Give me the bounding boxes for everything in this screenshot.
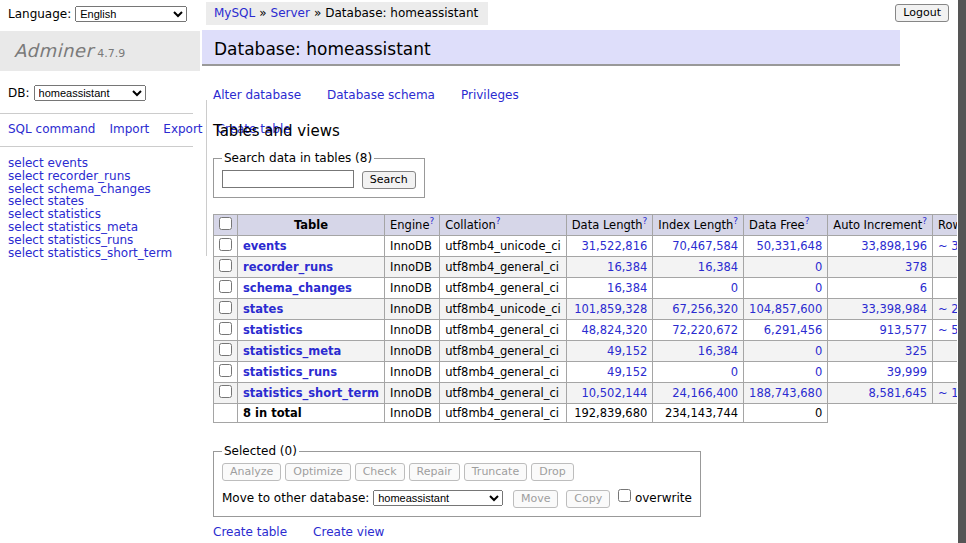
- totals-data-free: 0: [744, 404, 828, 423]
- row-checkbox[interactable]: [219, 238, 232, 251]
- cell-index_length: 16,384: [653, 341, 744, 362]
- table-link-events[interactable]: events: [243, 239, 287, 253]
- row-checkbox[interactable]: [219, 301, 232, 314]
- sidebar: Language:English Adminer4.7.9 DB:homeass…: [0, 0, 200, 259]
- totals-collation: utf8mb4_general_ci: [440, 404, 567, 423]
- table-name-cell: statistics: [238, 320, 385, 341]
- row-checkbox-cell: [214, 341, 238, 362]
- row-checkbox[interactable]: [219, 280, 232, 293]
- table-row: schema_changesInnoDButf8mb4_general_ci16…: [214, 278, 966, 299]
- cell-engine: InnoDB: [385, 341, 440, 362]
- tables-overview: TableEngine?Collation?Data Length?Index …: [213, 214, 966, 423]
- cell-collation: utf8mb4_general_ci: [440, 341, 567, 362]
- analyze-button[interactable]: Analyze: [222, 463, 281, 481]
- cell-data_length: 16,384: [566, 278, 653, 299]
- table-link-schema_changes[interactable]: schema_changes: [243, 281, 352, 295]
- drop-button[interactable]: Drop: [531, 463, 573, 481]
- overwrite-label[interactable]: overwrite: [635, 491, 692, 505]
- create-links: Create tableCreate view: [213, 525, 913, 539]
- cell-data_length: 49,152: [566, 341, 653, 362]
- sidebar-item-statistics_meta[interactable]: select statistics_meta: [8, 221, 200, 234]
- cell-data_free: 6,291,456: [744, 320, 828, 341]
- sidebar-action-import[interactable]: Import: [109, 122, 149, 136]
- row-checkbox-cell: [214, 278, 238, 299]
- tables-tbody: eventsInnoDButf8mb4_unicode_ci31,522,816…: [214, 236, 966, 423]
- row-checkbox[interactable]: [219, 322, 232, 335]
- link-privileges[interactable]: Privileges: [461, 88, 519, 102]
- sidebar-actions: SQL commandImportExportCreate table: [0, 114, 193, 146]
- table-link-statistics_runs[interactable]: statistics_runs: [243, 365, 337, 379]
- tables-head: TableEngine?Collation?Data Length?Index …: [214, 215, 966, 236]
- cell-engine: InnoDB: [385, 299, 440, 320]
- search-button[interactable]: Search: [362, 171, 416, 189]
- sidebar-table-links: select eventsselect recorder_runsselect …: [0, 147, 200, 259]
- row-checkbox-cell: [214, 320, 238, 341]
- row-checkbox[interactable]: [219, 343, 232, 356]
- sidebar-item-recorder_runs[interactable]: select recorder_runs: [8, 170, 200, 183]
- column-header-engine: Engine?: [385, 215, 440, 236]
- overwrite-checkbox[interactable]: [618, 489, 631, 502]
- select-all-cell: [214, 215, 238, 236]
- truncate-button[interactable]: Truncate: [464, 463, 527, 481]
- help-link[interactable]: ?: [429, 216, 434, 226]
- cell-collation: utf8mb4_unicode_ci: [440, 236, 567, 257]
- help-link[interactable]: ?: [733, 216, 738, 226]
- row-checkbox-cell: [214, 383, 238, 404]
- move-row: Move to other database: homeassistant Mo…: [222, 489, 692, 508]
- table-link-statistics[interactable]: statistics: [243, 323, 303, 337]
- selected-legend: Selected (0): [222, 444, 299, 458]
- cell-auto_increment: 33,898,196: [828, 236, 933, 257]
- link-create-view[interactable]: Create view: [313, 525, 384, 539]
- move-button[interactable]: Move: [513, 490, 559, 508]
- language-select[interactable]: English: [75, 6, 187, 22]
- row-checkbox[interactable]: [219, 259, 232, 272]
- database-links: Alter databaseDatabase schemaPrivileges: [213, 88, 913, 102]
- cell-index_length: 72,220,672: [653, 320, 744, 341]
- cell-auto_increment: 39,999: [828, 362, 933, 383]
- copy-button[interactable]: Copy: [566, 490, 610, 508]
- sidebar-item-events[interactable]: select events: [8, 157, 200, 170]
- row-checkbox-cell: [214, 236, 238, 257]
- help-link[interactable]: ?: [496, 216, 501, 226]
- table-link-statistics_meta[interactable]: statistics_meta: [243, 344, 341, 358]
- search-input[interactable]: [222, 170, 354, 188]
- table-link-statistics_short_term[interactable]: statistics_short_term: [243, 386, 379, 400]
- logout-button[interactable]: Logout: [895, 4, 949, 22]
- breadcrumb-link[interactable]: Server: [271, 6, 310, 20]
- table-name-cell: states: [238, 299, 385, 320]
- link-database-schema[interactable]: Database schema: [327, 88, 435, 102]
- optimize-button[interactable]: Optimize: [285, 463, 350, 481]
- help-link[interactable]: ?: [643, 216, 648, 226]
- sidebar-item-statistics_short_term[interactable]: select statistics_short_term: [8, 247, 200, 260]
- table-name-cell: statistics_meta: [238, 341, 385, 362]
- sidebar-vertical-divider: [206, 100, 207, 256]
- section-title-tables: Tables and views: [213, 122, 913, 140]
- cell-data_free: 0: [744, 278, 828, 299]
- db-select[interactable]: homeassistant: [34, 85, 146, 101]
- sidebar-action-sql-command[interactable]: SQL command: [8, 122, 95, 136]
- link-alter-database[interactable]: Alter database: [213, 88, 301, 102]
- sidebar-item-statistics_runs[interactable]: select statistics_runs: [8, 234, 200, 247]
- cell-index_length: 67,256,320: [653, 299, 744, 320]
- table-link-recorder_runs[interactable]: recorder_runs: [243, 260, 333, 274]
- help-link[interactable]: ?: [805, 216, 810, 226]
- link-create-table[interactable]: Create table: [213, 525, 287, 539]
- vertical-scrollbar[interactable]: [957, 0, 966, 543]
- cell-data_length: 31,522,816: [566, 236, 653, 257]
- check-button[interactable]: Check: [355, 463, 405, 481]
- row-checkbox[interactable]: [219, 364, 232, 377]
- cell-engine: InnoDB: [385, 257, 440, 278]
- cell-data_length: 10,502,144: [566, 383, 653, 404]
- breadcrumb-link[interactable]: MySQL: [214, 6, 255, 20]
- table-row: eventsInnoDButf8mb4_unicode_ci31,522,816…: [214, 236, 966, 257]
- row-checkbox[interactable]: [219, 385, 232, 398]
- sidebar-action-export[interactable]: Export: [163, 122, 202, 136]
- language-label: Language:: [8, 7, 71, 21]
- help-link[interactable]: ?: [922, 216, 927, 226]
- table-link-states[interactable]: states: [243, 302, 283, 316]
- table-name-cell: events: [238, 236, 385, 257]
- select-all-checkbox[interactable]: [219, 217, 232, 230]
- move-db-select[interactable]: homeassistant: [373, 490, 503, 506]
- repair-button[interactable]: Repair: [409, 463, 460, 481]
- search-legend: Search data in tables (8): [222, 151, 374, 165]
